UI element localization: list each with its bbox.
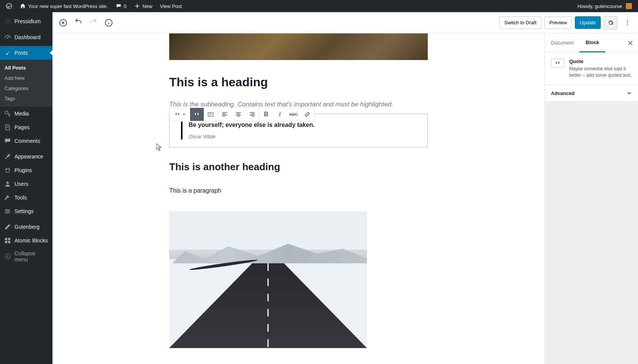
sidebar-item-label: Users [14, 181, 29, 187]
content-info-button[interactable] [102, 16, 116, 30]
quote-block-selected[interactable]: B I ABC Be yourself; everyone else is al… [169, 114, 428, 147]
sidebar-item-tools[interactable]: Tools [0, 191, 52, 204]
collapse-icon [4, 253, 11, 260]
sidebar-sub-add-new[interactable]: Add New [0, 73, 52, 83]
toolbar-align-right[interactable] [245, 108, 259, 121]
block-card-description: Maybe someone else said it better -- add… [569, 66, 632, 79]
toolbar-style-large[interactable] [204, 108, 217, 121]
sidebar-item-pages[interactable]: Pages [0, 120, 52, 134]
sidebar-sub-categories[interactable]: Categories [0, 83, 52, 93]
svg-point-13 [5, 254, 10, 259]
svg-rect-10 [8, 238, 10, 240]
preview-button[interactable]: Preview [544, 16, 572, 29]
comment-icon [116, 3, 122, 9]
hero-image-block[interactable] [169, 33, 428, 60]
image-block[interactable] [169, 211, 367, 348]
block-toolbar: B I ABC [170, 108, 314, 121]
heading-block-2[interactable]: This is another heading [169, 161, 428, 173]
more-options-button[interactable] [621, 16, 634, 30]
tab-document[interactable]: Document [545, 33, 579, 52]
paragraph-block[interactable]: This is a paragraph [169, 187, 428, 194]
svg-point-18 [627, 24, 628, 25]
brand-icon [4, 17, 11, 25]
subheading-block[interactable]: This is the subheading. Contains text th… [169, 101, 428, 108]
update-button[interactable]: Update [575, 16, 601, 29]
svg-point-7 [8, 211, 10, 212]
sidebar-item-comments[interactable]: Comments [0, 134, 52, 148]
inspector-tabs: Document Block [545, 33, 638, 52]
editor-canvas-scroll[interactable]: This is a heading This is the subheading… [52, 33, 544, 364]
quote-style-default-icon [193, 111, 201, 118]
sidebar-item-collapse[interactable]: Collapse menu [0, 247, 52, 266]
settings-button[interactable] [604, 16, 617, 30]
svg-point-3 [7, 38, 8, 39]
svg-rect-11 [5, 241, 7, 243]
comments-icon [4, 137, 11, 145]
adminbar-wordpress[interactable] [3, 0, 15, 12]
sidebar-item-gutenberg[interactable]: Gutenberg [0, 220, 52, 234]
toolbar-align-center[interactable] [232, 108, 245, 121]
svg-rect-12 [8, 241, 10, 243]
sidebar-item-atomic-blocks[interactable]: Atomic Blocks [0, 234, 52, 247]
quote-citation[interactable]: Oscar Wilde [189, 134, 216, 139]
inspector-advanced[interactable]: Advanced [545, 85, 638, 102]
link-icon [303, 111, 311, 118]
grid-icon [4, 237, 11, 244]
plug-icon [4, 166, 11, 174]
svg-rect-9 [5, 238, 7, 240]
admin-sidebar: Pressidium Dashboard Posts All Posts Add… [0, 12, 52, 364]
heading-block[interactable]: This is a heading [169, 75, 428, 89]
quote-content[interactable]: Be yourself; everyone else is already ta… [181, 122, 416, 139]
adminbar-view-post[interactable]: View Post [157, 0, 185, 12]
adminbar-new[interactable]: New [131, 0, 156, 12]
admin-bar: Your new super fast WordPress site. 0 Ne… [0, 0, 638, 12]
mouse-cursor [156, 144, 162, 151]
switch-to-draft-button[interactable]: Switch to Draft [499, 16, 541, 29]
sidebar-item-posts[interactable]: Posts [0, 46, 52, 60]
sidebar-item-dashboard[interactable]: Dashboard [0, 30, 52, 44]
adminbar-new-label: New [143, 3, 152, 9]
sidebar-item-appearance[interactable]: Appearance [0, 150, 52, 163]
dashboard-icon [4, 33, 11, 41]
toolbar-bold[interactable]: B [259, 108, 273, 121]
media-icon [4, 110, 11, 117]
toolbar-align-left[interactable] [218, 108, 232, 121]
toolbar-style-default[interactable] [190, 108, 204, 121]
adminbar-comments[interactable]: 0 [113, 0, 130, 12]
align-center-icon [235, 111, 242, 118]
sidebar-sub-all-posts[interactable]: All Posts [0, 63, 52, 73]
adminbar-howdy: Howdy, gutencourse [577, 3, 622, 9]
pin-icon [4, 49, 11, 57]
block-card-icon [551, 59, 565, 68]
toolbar-block-type[interactable] [170, 108, 190, 121]
undo-icon [74, 18, 83, 27]
toolbar-italic[interactable]: I [273, 108, 287, 121]
chevron-down-icon [627, 90, 632, 96]
tab-block[interactable]: Block [579, 33, 605, 52]
quote-icon [174, 111, 181, 118]
adminbar-site[interactable]: Your new super fast WordPress site. [17, 0, 111, 12]
sidebar-item-settings[interactable]: Settings [0, 204, 52, 218]
sidebar-item-users[interactable]: Users [0, 177, 52, 191]
adminbar-account[interactable]: Howdy, gutencourse [574, 0, 635, 12]
sidebar-sub-tags[interactable]: Tags [0, 93, 52, 104]
block-card-title: Quote [569, 59, 632, 64]
home-icon [20, 3, 26, 9]
sidebar-item-media[interactable]: Media [0, 107, 52, 120]
sidebar-brand[interactable]: Pressidium [0, 12, 52, 30]
svg-point-17 [627, 22, 628, 23]
pencil-icon [4, 223, 11, 231]
toolbar-strikethrough[interactable]: ABC [287, 108, 300, 121]
undo-button[interactable] [71, 16, 85, 30]
redo-button[interactable] [87, 16, 100, 30]
add-block-button[interactable] [56, 16, 70, 30]
sidebar-item-plugins[interactable]: Plugins [0, 163, 52, 177]
inspector-close-button[interactable] [623, 33, 638, 52]
quote-text[interactable]: Be yourself; everyone else is already ta… [189, 122, 416, 128]
gear-icon [607, 19, 614, 27]
sidebar-item-label: Tools [14, 195, 27, 201]
quote-icon [554, 59, 562, 67]
sidebar-item-label: Collapse menu [14, 250, 49, 263]
toolbar-link[interactable] [300, 108, 314, 121]
svg-point-5 [6, 182, 9, 184]
